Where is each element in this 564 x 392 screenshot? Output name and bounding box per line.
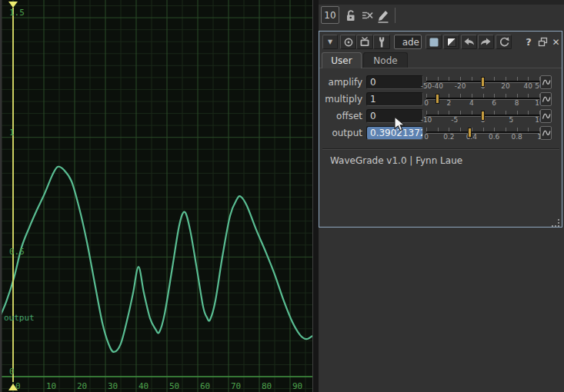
svg-text:0: 0 bbox=[15, 381, 21, 391]
slider-tick-label: 0.2 bbox=[443, 133, 454, 141]
channel-ranges-icon[interactable] bbox=[443, 35, 459, 49]
svg-text:50: 50 bbox=[169, 381, 179, 391]
node-name-field[interactable]: ade bbox=[394, 35, 422, 49]
slider-tick bbox=[426, 77, 427, 81]
slider-tick bbox=[517, 77, 518, 81]
help-icon[interactable]: ? bbox=[522, 35, 535, 49]
slider-tick bbox=[449, 111, 449, 115]
color-swatch-icon[interactable] bbox=[426, 35, 442, 49]
param-label: offset bbox=[319, 108, 362, 124]
revert-icon[interactable] bbox=[496, 35, 512, 49]
svg-text:1: 1 bbox=[9, 128, 15, 138]
close-icon[interactable]: ✕ bbox=[550, 35, 562, 49]
amplify-value-field[interactable]: 0 bbox=[366, 75, 423, 89]
curve-editor-pane[interactable]: 00.511.50102030405060708090output bbox=[0, 0, 313, 392]
param-row-amplify: amplify 0 -50-40-200204050 bbox=[319, 75, 563, 90]
curve-editor-canvas[interactable]: 00.511.50102030405060708090output bbox=[0, 0, 312, 392]
slider-tick bbox=[494, 94, 495, 98]
multiply-value-field[interactable]: 1 bbox=[366, 92, 423, 106]
slider-tick bbox=[483, 94, 484, 98]
slider-tick bbox=[506, 77, 506, 81]
toolbar-separator bbox=[395, 8, 395, 23]
slider-tick bbox=[517, 111, 518, 115]
param-label: multiply bbox=[319, 91, 362, 107]
slider-tick bbox=[449, 77, 449, 81]
slider-tick-label: 8 bbox=[515, 99, 519, 107]
offset-value-field[interactable]: 0 bbox=[366, 109, 423, 123]
amplify-slider[interactable]: -50-40-200204050 bbox=[426, 75, 539, 90]
wrench-icon[interactable] bbox=[373, 35, 390, 49]
param-row-multiply: multiply 1 0246810 bbox=[319, 91, 563, 107]
param-row-offset: offset 0 -10-50510 bbox=[319, 108, 563, 124]
output-value-field[interactable]: 0.39021372 bbox=[366, 126, 423, 140]
slider-tick bbox=[494, 128, 495, 131]
edit-pencil-icon[interactable] bbox=[375, 7, 391, 24]
slider-tick-label: 2 bbox=[447, 99, 452, 107]
param-row-output: output 0.39021372 00.20.40.60.81 bbox=[319, 125, 563, 141]
slider-tick bbox=[438, 77, 439, 81]
multiply-slider[interactable]: 0246810 bbox=[426, 91, 539, 107]
slider-tick-label: -10 bbox=[421, 116, 432, 124]
animation-curve-button[interactable] bbox=[540, 75, 552, 89]
slider-tick bbox=[506, 94, 506, 98]
slider-tick-label: 6 bbox=[492, 99, 496, 107]
slider-handle[interactable] bbox=[481, 77, 485, 87]
slider-track[interactable] bbox=[426, 98, 539, 100]
unlock-icon[interactable] bbox=[343, 7, 359, 24]
slider-tick bbox=[506, 128, 506, 131]
animation-curve-button[interactable] bbox=[540, 109, 552, 123]
slider-tick bbox=[494, 77, 495, 81]
slider-tick bbox=[460, 94, 461, 98]
slider-tick bbox=[483, 128, 484, 131]
clear-panels-icon[interactable] bbox=[360, 7, 375, 24]
slider-handle[interactable] bbox=[468, 128, 472, 138]
slider-tick bbox=[426, 94, 427, 98]
max-panels-field[interactable]: 10 bbox=[321, 6, 339, 24]
properties-bin: 10 bbox=[319, 0, 564, 392]
slider-tick-label: 5 bbox=[509, 116, 513, 124]
slider-handle[interactable] bbox=[481, 111, 485, 121]
center-node-icon[interactable] bbox=[340, 35, 356, 49]
slider-tick bbox=[528, 128, 529, 131]
float-panel-icon[interactable] bbox=[536, 35, 549, 49]
redo-icon[interactable] bbox=[478, 35, 494, 49]
svg-text:0.5: 0.5 bbox=[9, 247, 25, 257]
panel-resize-grip[interactable] bbox=[551, 216, 560, 225]
tab-user[interactable]: User bbox=[322, 52, 362, 68]
svg-text:90: 90 bbox=[292, 381, 302, 391]
slider-tick bbox=[472, 111, 472, 115]
slider-tick-label: 0.6 bbox=[489, 133, 499, 141]
slider-tick bbox=[460, 111, 461, 115]
pane-splitter[interactable] bbox=[313, 0, 319, 392]
monitor-icon[interactable] bbox=[356, 35, 373, 49]
slider-tick bbox=[426, 128, 427, 131]
offset-slider[interactable]: -10-50510 bbox=[426, 108, 539, 124]
tab-node[interactable]: Node bbox=[363, 52, 408, 68]
slider-tick bbox=[449, 128, 449, 131]
slider-tick bbox=[438, 128, 439, 131]
svg-text:10: 10 bbox=[46, 381, 56, 391]
slider-tick bbox=[438, 111, 439, 115]
slider-handle[interactable] bbox=[436, 94, 439, 104]
slider-tick bbox=[472, 77, 472, 81]
svg-text:70: 70 bbox=[231, 381, 241, 391]
svg-text:20: 20 bbox=[77, 381, 87, 391]
param-label: amplify bbox=[319, 75, 362, 90]
slider-tick bbox=[528, 111, 529, 115]
output-slider[interactable]: 00.20.40.60.81 bbox=[426, 125, 539, 141]
node-properties-panel: ▼ ade bbox=[319, 31, 562, 228]
slider-tick-label: -5 bbox=[451, 116, 458, 124]
undo-icon[interactable] bbox=[461, 35, 477, 49]
slider-tick-label: 0 bbox=[424, 133, 429, 141]
node-dropdown-icon[interactable]: ▼ bbox=[322, 35, 338, 49]
slider-tick bbox=[472, 94, 472, 98]
animation-curve-button[interactable] bbox=[540, 92, 552, 106]
slider-tick bbox=[517, 128, 518, 131]
slider-tick bbox=[449, 94, 449, 98]
svg-text:1.5: 1.5 bbox=[9, 8, 25, 18]
slider-tick bbox=[460, 77, 461, 81]
svg-text:80: 80 bbox=[262, 381, 272, 391]
slider-tick-label: 0 bbox=[424, 99, 429, 107]
animation-curve-button[interactable] bbox=[540, 126, 552, 140]
svg-text:40: 40 bbox=[138, 381, 149, 391]
